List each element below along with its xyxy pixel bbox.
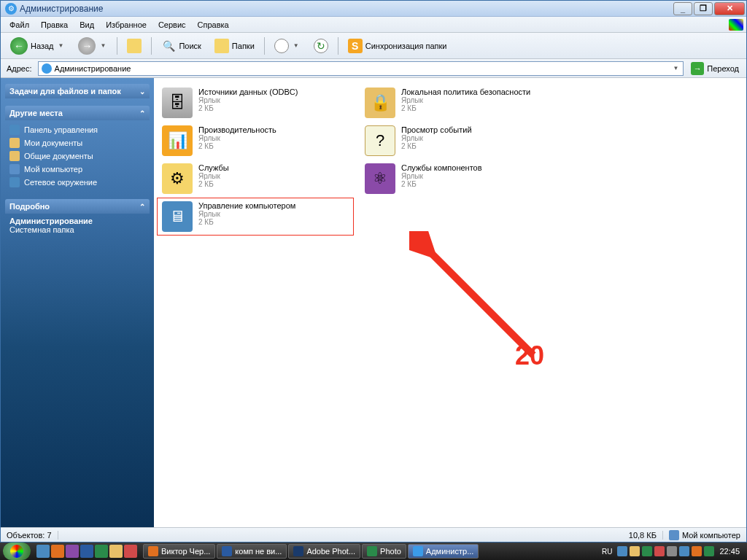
system-tray: RU 22:45 <box>595 546 747 556</box>
menubar: Файл Правка Вид Избранное Сервис Справка <box>1 17 746 33</box>
quick-launch <box>34 545 140 558</box>
forward-button[interactable]: →▼ <box>73 35 112 57</box>
file-item[interactable]: 🖥 Управление компьютером Ярлык 2 КБ <box>157 198 354 236</box>
sidebar-item-control-panel[interactable]: Панель управления <box>9 123 145 136</box>
sidebar-item-shared-documents[interactable]: Общие документы <box>9 149 145 163</box>
go-button[interactable]: → Переход <box>686 61 743 77</box>
quick-launch-item[interactable] <box>36 545 50 558</box>
refresh-button[interactable]: ↻ <box>309 36 333 55</box>
location-icon <box>42 63 52 74</box>
file-name: Источники данных (ODBC) <box>198 88 298 96</box>
go-arrow-icon: → <box>691 62 704 75</box>
file-icon: 🖥 <box>162 201 193 232</box>
maximize-button[interactable]: ❐ <box>694 2 713 15</box>
menu-help[interactable]: Справка <box>192 19 235 31</box>
quick-launch-item[interactable] <box>80 545 93 558</box>
chevron-up-icon: ⌃ <box>139 203 145 211</box>
taskbar-task[interactable]: Администр... <box>408 544 479 559</box>
menu-view[interactable]: Вид <box>74 19 100 31</box>
sidebar-item-network[interactable]: Сетевое окружение <box>9 176 145 189</box>
quick-launch-item[interactable] <box>95 545 108 558</box>
folder-up-icon <box>127 39 142 53</box>
sidebar-item-my-computer[interactable]: Мой компьютер <box>9 163 145 176</box>
tray-icon[interactable] <box>679 546 689 556</box>
tasks-header[interactable]: Задачи для файлов и папок⌄ <box>5 84 150 98</box>
menu-tools[interactable]: Сервис <box>152 19 192 31</box>
address-field[interactable]: Администрирование ▼ <box>38 61 684 76</box>
places-panel: Другие места⌃ Панель управления Мои доку… <box>5 106 150 192</box>
quick-launch-item[interactable] <box>51 545 64 558</box>
quick-launch-item[interactable] <box>124 545 137 558</box>
back-button[interactable]: ←Назад▼ <box>5 35 70 57</box>
quick-launch-item[interactable] <box>66 545 79 558</box>
tray-icon[interactable] <box>692 546 702 556</box>
language-indicator[interactable]: RU <box>599 548 615 556</box>
file-icon: 🗄 <box>162 88 193 118</box>
chevron-down-icon[interactable]: ▼ <box>98 42 107 49</box>
status-size: 10,8 КБ <box>623 531 663 540</box>
file-icon: ⚙ <box>162 163 193 194</box>
taskbar-task[interactable]: Photo <box>362 544 406 559</box>
chevron-down-icon: ⌄ <box>139 88 145 96</box>
shared-documents-icon <box>9 151 20 161</box>
minimize-button[interactable]: _ <box>673 2 692 15</box>
address-label: Адрес: <box>4 64 35 73</box>
file-icon: 🔒 <box>365 88 395 118</box>
file-item[interactable]: 📊 Производительность Ярлык 2 КБ <box>157 122 354 160</box>
content-area[interactable]: 🗄 Источники данных (ODBC) Ярлык 2 КБ 🔒 Л… <box>154 78 746 527</box>
file-name: Управление компьютером <box>198 201 295 210</box>
file-size: 2 КБ <box>198 104 298 112</box>
file-item[interactable]: 🔒 Локальная политика безопасности Ярлык … <box>360 84 557 122</box>
menu-file[interactable]: Файл <box>4 19 35 31</box>
details-header[interactable]: Подробно⌃ <box>5 199 150 214</box>
start-button[interactable] <box>3 542 31 560</box>
search-button[interactable]: 🔍Поиск <box>156 36 206 55</box>
file-item[interactable]: ? Просмотр событий Ярлык 2 КБ <box>360 122 557 160</box>
taskbar-tasks: Виктор Чер...комп не ви...Adobe Phot...P… <box>140 544 595 559</box>
file-size: 2 КБ <box>401 142 472 150</box>
annotation-number: 20 <box>515 341 544 371</box>
file-name: Службы компонентов <box>401 163 482 172</box>
chevron-down-icon[interactable]: ▼ <box>671 65 680 71</box>
tray-icon[interactable] <box>704 546 714 556</box>
explorer-window: ⚙ Администрирование _ ❐ ✕ Файл Правка Ви… <box>0 0 747 542</box>
folders-button[interactable]: Папки <box>209 36 260 55</box>
titlebar[interactable]: ⚙ Администрирование _ ❐ ✕ <box>1 1 746 17</box>
sidebar-item-my-documents[interactable]: Мои документы <box>9 136 145 149</box>
tray-icon[interactable] <box>642 546 652 556</box>
file-icon: ⚛ <box>365 163 395 194</box>
file-item[interactable]: ⚛ Службы компонентов Ярлык 2 КБ <box>360 160 557 198</box>
app-icon: ⚙ <box>5 3 17 15</box>
chevron-down-icon[interactable]: ▼ <box>292 42 301 49</box>
file-type: Ярлык <box>198 210 295 218</box>
folders-icon <box>214 39 229 53</box>
file-item[interactable]: ⚙ Службы Ярлык 2 КБ <box>157 160 354 198</box>
views-button[interactable]: ▦▼ <box>269 36 306 55</box>
file-item[interactable]: 🗄 Источники данных (ODBC) Ярлык 2 КБ <box>157 84 354 122</box>
file-type: Ярлык <box>401 134 472 142</box>
close-button[interactable]: ✕ <box>714 2 745 15</box>
places-header[interactable]: Другие места⌃ <box>5 106 150 120</box>
quick-launch-item[interactable] <box>109 545 123 558</box>
file-type: Ярлык <box>198 134 276 142</box>
tray-icon[interactable] <box>654 546 665 556</box>
clock[interactable]: 22:45 <box>716 547 743 556</box>
menu-edit[interactable]: Правка <box>35 19 74 31</box>
taskbar-task[interactable]: Виктор Чер... <box>143 544 215 559</box>
sync-button[interactable]: SСинхронизация папки <box>343 36 452 55</box>
taskbar-task[interactable]: комп не ви... <box>217 544 287 559</box>
task-icon <box>367 546 377 556</box>
documents-icon <box>9 138 20 148</box>
up-button[interactable] <box>122 36 147 55</box>
file-type: Ярлык <box>401 96 530 104</box>
my-computer-icon <box>669 530 679 540</box>
task-icon <box>413 546 423 556</box>
tray-icon[interactable] <box>630 546 640 556</box>
taskbar-task[interactable]: Adobe Phot... <box>288 544 360 559</box>
tray-icon[interactable] <box>617 546 627 556</box>
tray-icon[interactable] <box>667 546 677 556</box>
menu-favorites[interactable]: Избранное <box>100 19 152 31</box>
windows-flag-icon[interactable] <box>729 19 743 31</box>
address-value: Администрирование <box>55 64 131 73</box>
chevron-down-icon[interactable]: ▼ <box>57 42 66 49</box>
